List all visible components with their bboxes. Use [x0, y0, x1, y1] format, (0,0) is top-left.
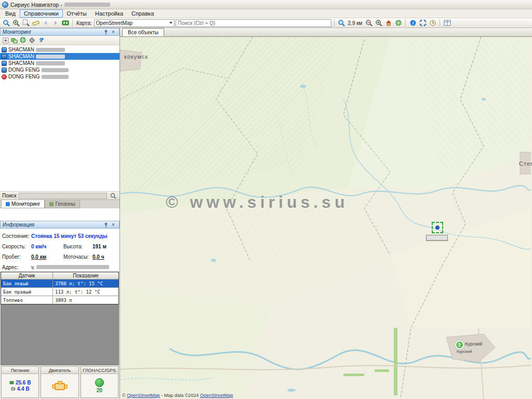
vehicle-name: SHACMAN	[8, 54, 34, 59]
sensor-table: Датчик Показание Бак левый 3780 л; t°: 1…	[1, 272, 119, 304]
vehicle-status-icon	[2, 74, 7, 79]
pan-zoom-icon[interactable]	[2, 19, 10, 27]
tab-geozones-label: Геозоны	[55, 201, 75, 207]
window-title: Сириус Навигатор -	[10, 2, 62, 8]
map-label-town-top: кокумск	[124, 54, 148, 60]
menu-spravochniki[interactable]: Справочники	[20, 9, 63, 18]
vehicle-status-icon	[2, 61, 7, 66]
left-panel: Мониторинг × 9	[0, 28, 120, 399]
gps-signal-icon	[95, 378, 104, 387]
menu-nastroyka[interactable]: Настройка	[91, 9, 127, 18]
engine-icon	[52, 380, 68, 392]
pin-icon[interactable]	[102, 222, 110, 228]
site-watermark: © www.sirius.su	[166, 193, 348, 212]
state-value: Стоянка 15 минут 53 секунды	[31, 233, 117, 239]
globe-icon[interactable]	[394, 19, 403, 27]
list-search-input[interactable]	[19, 193, 107, 199]
osm-link[interactable]: OpenStreetMap	[127, 393, 160, 398]
vehicle-row[interactable]: DONG FENG	[0, 66, 119, 73]
redacted-plate	[36, 55, 65, 59]
search-icon[interactable]	[109, 192, 117, 200]
vehicle-cluster-badge[interactable]: 2	[455, 340, 464, 349]
numbering-icon[interactable]: 9	[37, 37, 45, 44]
speed-label: Скорость:	[2, 244, 31, 249]
forward-icon[interactable]	[51, 19, 60, 27]
power-panel: Питание 25.6 В 4.4 В	[1, 366, 39, 398]
list-search-label: Поиск	[2, 193, 17, 198]
pin-icon[interactable]	[102, 29, 110, 35]
info-icon[interactable]: i	[408, 19, 417, 27]
menu-vid[interactable]: Вид	[1, 9, 20, 18]
sensor-row-selected[interactable]: Бак левый 3780 л; t°: 15 °C	[1, 280, 118, 288]
history-clock-icon[interactable]	[428, 19, 437, 27]
redacted-plate	[42, 75, 69, 79]
hours-value[interactable]: 0,0 ч	[92, 254, 117, 260]
attribution-prefix: ©	[122, 393, 126, 398]
status-panels: Питание 25.6 В 4.4 В Двигатель	[0, 365, 119, 399]
osm-link-2[interactable]: OpenStreetMap	[200, 393, 233, 398]
hours-label: Моточасы:	[63, 254, 92, 260]
redacted-title-text	[64, 3, 110, 7]
home-icon[interactable]	[384, 19, 393, 27]
zoom-in-icon[interactable]	[11, 19, 20, 27]
sensor-value: 113 л; t°: 12 °C	[53, 288, 118, 296]
tab-geozones[interactable]: Геозоны	[45, 200, 80, 208]
sensor-value: 3893 л	[53, 296, 118, 304]
scale-magnifier-icon[interactable]	[337, 19, 346, 27]
back-icon[interactable]	[41, 19, 50, 27]
menu-spravka[interactable]: Справка	[127, 9, 158, 18]
vehicle-status-icon	[2, 47, 7, 52]
redacted-plate	[42, 68, 69, 72]
table-view-icon[interactable]	[443, 19, 451, 27]
menu-bar: Вид Справочники Отчёты Настройка Справка	[0, 9, 532, 18]
chevron-down-icon	[169, 22, 172, 24]
menu-otchety[interactable]: Отчёты	[63, 9, 91, 18]
info-body: Состояние: Стоянка 15 минут 53 секунды С…	[0, 229, 119, 272]
tracks-icon[interactable]	[61, 19, 70, 27]
close-icon[interactable]: ×	[110, 222, 117, 228]
tab-all-objects[interactable]: Все объекты	[122, 28, 164, 36]
mileage-value[interactable]: 0,0 км	[31, 254, 63, 260]
zoom-window-icon[interactable]	[21, 19, 30, 27]
map-source-select[interactable]: OpenStreetMap	[94, 19, 175, 27]
gps-satellite-count: 20	[97, 388, 102, 393]
fit-screen-icon[interactable]	[418, 19, 427, 27]
sensor-row[interactable]: Бак правый 113 л; t°: 12 °C	[1, 288, 118, 296]
map-label-town-right: Степ	[519, 161, 532, 167]
ruler-icon[interactable]	[31, 19, 40, 27]
map-source-value: OpenStreetMap	[96, 20, 133, 26]
groups-icon[interactable]	[10, 37, 18, 44]
vehicle-name: SHACMAN	[8, 47, 34, 52]
sensor-name: Топливо	[1, 296, 53, 304]
vehicle-row[interactable]: DONG FENG	[0, 73, 119, 80]
panel-spacer	[0, 208, 119, 221]
engine-panel-title: Двигатель	[41, 367, 78, 374]
zoom-in-small-icon[interactable]	[374, 19, 383, 27]
map-canvas[interactable]: © www.sirius.su кокумск Степ Курский Кур…	[120, 37, 532, 399]
map-label-town-bottom2: Курский	[457, 349, 472, 354]
monitoring-panel-header: Мониторинг ×	[0, 28, 119, 36]
settings-gear-icon[interactable]	[28, 37, 36, 44]
tab-monitoring[interactable]: Мониторинг	[1, 200, 45, 208]
redacted-address	[36, 265, 109, 269]
vehicle-status-icon	[2, 68, 7, 73]
altitude-value: 191 м	[92, 244, 117, 249]
sensor-row[interactable]: Топливо 3893 л	[1, 296, 118, 304]
map-scale-value: 2.9 км	[347, 20, 364, 26]
vehicle-status-icon	[2, 54, 7, 59]
global-search-input[interactable]	[176, 19, 331, 27]
close-icon[interactable]: ×	[110, 29, 117, 35]
toolbar-separator	[334, 19, 335, 26]
map-panel: Все объекты	[120, 28, 532, 399]
vehicle-row[interactable]: SHACMAN	[0, 46, 119, 53]
vehicle-row-selected[interactable]: SHACMAN	[0, 53, 119, 60]
main-toolbar: Карта: OpenStreetMap 2.9 км i	[0, 18, 532, 28]
list-search-row: Поиск	[0, 191, 119, 200]
battery-icon	[11, 387, 16, 391]
vehicle-row[interactable]: SHACMAN	[0, 60, 119, 66]
expand-all-icon[interactable]	[2, 37, 9, 44]
zoom-out-icon[interactable]	[364, 19, 373, 27]
vehicle-name: DONG FENG	[8, 74, 40, 79]
show-on-map-icon[interactable]	[19, 37, 27, 44]
selected-vehicle-marker[interactable]	[432, 222, 443, 233]
